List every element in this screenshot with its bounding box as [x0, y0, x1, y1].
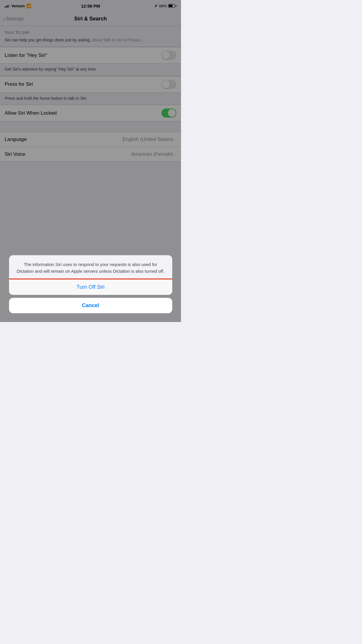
alert-message: The information Siri uses to respond to …	[9, 255, 172, 279]
cancel-card: Cancel	[9, 298, 172, 313]
modal-overlay: The information Siri uses to respond to …	[0, 0, 181, 322]
alert-card: The information Siri uses to respond to …	[9, 255, 172, 295]
cancel-button[interactable]: Cancel	[9, 298, 172, 313]
turn-off-siri-button[interactable]: Turn Off Siri	[9, 279, 172, 295]
